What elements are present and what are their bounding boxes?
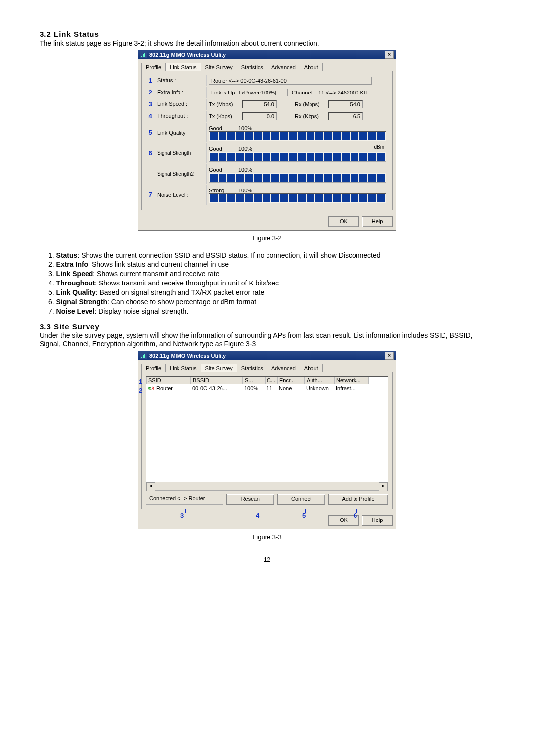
- ss-good: Good: [209, 146, 238, 152]
- tab-statistics[interactable]: Statistics: [237, 63, 267, 71]
- tab-profile[interactable]: Profile: [141, 63, 166, 71]
- section-3-2-list: 1. Status: Shows the current connection …: [40, 251, 494, 316]
- cell-encr: None: [277, 384, 305, 392]
- titlebar: 802.11g MIMO Wireless Utility ×: [138, 50, 396, 59]
- col-bssid[interactable]: BSSID: [191, 377, 243, 384]
- ss-pct: 100%: [238, 146, 252, 152]
- tx-mbps: 54.0: [242, 100, 277, 108]
- callout-5: 5: [146, 123, 155, 142]
- callout-7: 7: [146, 185, 155, 205]
- ss-callout-2: 2: [139, 387, 142, 394]
- ss-callout-3: 3: [180, 512, 184, 519]
- dbm-label: dBm: [374, 144, 384, 150]
- ss-callout-5: 5: [302, 512, 306, 519]
- callout-blank: [146, 164, 155, 184]
- tab-statistics-2[interactable]: Statistics: [237, 364, 267, 372]
- connect-button[interactable]: Connect: [277, 494, 325, 505]
- ap-row[interactable]: Router 00-0C-43-26... 100% 11 None Unkno…: [146, 384, 388, 392]
- nl-label: Noise Level :: [155, 185, 207, 205]
- scroll-left-icon[interactable]: ◄: [146, 482, 155, 491]
- svg-rect-4: [143, 355, 144, 358]
- ss2-good: Good: [209, 167, 238, 173]
- tab-profile-2[interactable]: Profile: [141, 364, 166, 372]
- col-encr[interactable]: Encr...: [277, 377, 305, 384]
- scroll-right-icon[interactable]: ►: [379, 482, 388, 491]
- tabs-2: Profile Link Status Site Survey Statisti…: [141, 363, 393, 372]
- rx-kbps-label: Rx (Kbps): [295, 113, 324, 119]
- app-icon-2: [140, 352, 147, 359]
- channel-label: Channel: [292, 90, 312, 95]
- section-3-2-intro: The link status page as Figure 3-2; it s…: [40, 39, 494, 48]
- rescan-button[interactable]: Rescan: [226, 494, 274, 505]
- callout-2: 2: [146, 87, 155, 98]
- ap-connected-icon: [148, 385, 155, 391]
- lq-good: Good: [209, 125, 238, 131]
- callout-1: 1: [146, 75, 155, 86]
- app-icon: [140, 51, 147, 58]
- ss-callout-4: 4: [256, 512, 259, 519]
- titlebar-2: 802.11g MIMO Wireless Utility ×: [138, 351, 396, 360]
- col-ssid[interactable]: SSID: [146, 377, 191, 384]
- cell-network: Infrast...: [334, 384, 369, 392]
- col-channel[interactable]: C...: [265, 377, 277, 384]
- help-button[interactable]: Help: [362, 216, 393, 227]
- figure-3-2-caption: Figure 3-2: [40, 235, 494, 242]
- extra-label: Extra Info :: [155, 87, 207, 98]
- callout-6: 6: [146, 143, 155, 163]
- ap-list-header: SSID BSSID S... C... Encr... Auth... Net…: [146, 377, 388, 384]
- col-auth[interactable]: Auth...: [305, 377, 334, 384]
- callout-4: 4: [146, 111, 155, 122]
- tab-about[interactable]: About: [300, 63, 323, 71]
- connection-status: Connected <--> Router: [146, 494, 223, 505]
- ss2-label: Signal Strength2: [157, 171, 194, 177]
- lq-label: Link Quality: [155, 123, 207, 142]
- svg-rect-2: [144, 53, 145, 57]
- page-number: 12: [40, 556, 494, 563]
- hscroll[interactable]: ◄ ►: [146, 482, 388, 490]
- section-3-3-intro: Under the site survey page, system will …: [40, 331, 494, 349]
- tab-link-status[interactable]: Link Status: [165, 63, 201, 71]
- window-title-2: 802.11g MIMO Wireless Utility: [149, 351, 226, 360]
- svg-rect-3: [141, 357, 142, 358]
- ok-button[interactable]: OK: [328, 216, 359, 227]
- figure-3-3-caption: Figure 3-3: [40, 533, 494, 541]
- svg-rect-1: [143, 54, 144, 57]
- close-icon[interactable]: ×: [385, 51, 394, 59]
- cell-auth: Unknown: [305, 384, 334, 392]
- tx-mbps-label: Tx (Mbps): [209, 101, 238, 107]
- svg-rect-5: [144, 354, 145, 358]
- cell-bssid: 00-0C-43-26...: [191, 384, 243, 392]
- nl-pct: 100%: [238, 188, 252, 193]
- lq-bar: [209, 131, 386, 141]
- nl-strong: Strong: [209, 188, 238, 193]
- tx-kbps: 0.0: [242, 112, 277, 120]
- extra-value: Link is Up [TxPower:100%]: [209, 89, 288, 96]
- channel-value: 11 <--> 2462000 KH: [316, 89, 375, 96]
- add-to-profile-button[interactable]: Add to Profile: [328, 494, 388, 505]
- window-title: 802.11g MIMO Wireless Utility: [149, 50, 226, 59]
- col-signal[interactable]: S...: [243, 377, 265, 384]
- status-value: Router <--> 00-0C-43-26-61-00: [209, 77, 372, 85]
- ap-list[interactable]: SSID BSSID S... C... Encr... Auth... Net…: [146, 376, 388, 491]
- site-survey-dialog: 802.11g MIMO Wireless Utility × Profile …: [138, 351, 396, 529]
- tab-link-status-2[interactable]: Link Status: [165, 364, 201, 372]
- tab-site-survey-2[interactable]: Site Survey: [201, 364, 237, 372]
- tab-site-survey[interactable]: Site Survey: [201, 63, 237, 71]
- ss1-label: Signal Strength: [157, 150, 191, 156]
- tab-advanced[interactable]: Advanced: [267, 63, 300, 71]
- tab-advanced-2[interactable]: Advanced: [267, 364, 300, 372]
- svg-rect-0: [141, 56, 142, 57]
- callout-3: 3: [146, 99, 155, 110]
- section-3-3-heading: 3.3 Site Survey: [40, 322, 494, 331]
- speed-label: Link Speed :: [155, 99, 207, 110]
- status-label: Status :: [155, 75, 207, 86]
- link-status-dialog: 802.11g MIMO Wireless Utility × Profile …: [138, 50, 396, 231]
- col-network[interactable]: Network...: [334, 377, 369, 384]
- tab-about-2[interactable]: About: [300, 364, 323, 372]
- ss1-bar: [209, 152, 386, 162]
- cell-ssid: Router: [156, 385, 173, 391]
- close-icon-2[interactable]: ×: [385, 352, 394, 360]
- help-button-2[interactable]: Help: [362, 515, 393, 526]
- ss2-pct: 100%: [238, 167, 252, 173]
- tx-kbps-label: Tx (Kbps): [209, 113, 238, 119]
